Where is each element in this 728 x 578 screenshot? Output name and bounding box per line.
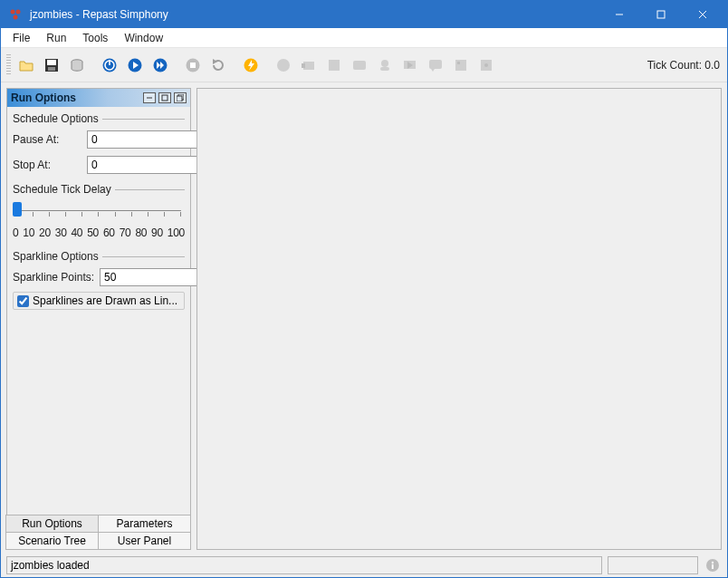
panel-maximize-icon[interactable] [158, 92, 171, 103]
svg-point-38 [484, 63, 488, 67]
schedule-options-label: Schedule Options [13, 112, 99, 125]
panel-title: Run Options [11, 92, 140, 104]
svg-point-1 [16, 10, 21, 14]
open-folder-icon[interactable] [14, 53, 38, 77]
panel-minimize-icon[interactable] [143, 92, 156, 103]
tab-parameters[interactable]: Parameters [98, 515, 191, 533]
svg-rect-8 [47, 60, 56, 65]
svg-rect-20 [190, 63, 196, 68]
maximize-button[interactable] [640, 1, 682, 28]
main-view [196, 88, 722, 550]
svg-rect-45 [712, 564, 714, 569]
panel-restore-icon[interactable] [174, 92, 187, 103]
svg-rect-27 [329, 60, 340, 71]
tick-delay-slider[interactable] [13, 201, 185, 223]
step-icon[interactable] [148, 53, 172, 77]
menu-tools[interactable]: Tools [74, 29, 116, 47]
minimize-button[interactable] [599, 1, 640, 28]
svg-point-24 [277, 59, 290, 72]
svg-point-2 [14, 15, 18, 20]
svg-rect-40 [162, 95, 168, 101]
disabled-tool-9-icon [474, 53, 498, 77]
disabled-tool-4-icon [348, 53, 371, 77]
svg-marker-34 [431, 69, 435, 72]
stop-at-label: Stop At: [13, 159, 83, 171]
close-button[interactable] [682, 1, 723, 28]
tick-delay-label: Schedule Tick Delay [13, 183, 111, 196]
svg-marker-21 [213, 59, 217, 64]
menu-run[interactable]: Run [38, 29, 74, 47]
menu-window[interactable]: Window [116, 29, 171, 47]
lightning-icon[interactable] [239, 53, 263, 77]
toolbar-grip [6, 54, 11, 76]
sparkline-lines-label: Sparklines are Drawn as Lin... [33, 294, 177, 307]
status-secondary [608, 556, 698, 574]
tab-run-options[interactable]: Run Options [5, 515, 99, 533]
pause-at-label: Pause At: [13, 133, 83, 146]
status-message: jzombies loaded [6, 556, 602, 574]
tick-count-label: Tick Count: 0.0 [647, 59, 722, 72]
app-icon [8, 7, 23, 22]
slider-scale: 0102030405060708090100 [13, 226, 185, 239]
play-icon[interactable] [123, 53, 147, 77]
svg-rect-9 [48, 67, 55, 71]
sparkline-lines-checkbox-row[interactable]: Sparklines are Drawn as Lin... [13, 292, 185, 310]
svg-point-0 [11, 10, 15, 14]
tab-scenario-tree[interactable]: Scenario Tree [5, 532, 99, 550]
menu-file[interactable]: File [5, 29, 38, 47]
svg-rect-36 [457, 62, 460, 64]
menubar: File Run Tools Window [1, 28, 727, 48]
left-tabs: Run Options Parameters Scenario Tree Use… [6, 515, 191, 550]
svg-rect-35 [455, 60, 466, 71]
disabled-tool-6-icon [398, 53, 422, 77]
power-init-icon[interactable] [98, 53, 121, 77]
toolbar: Tick Count: 0.0 [1, 48, 727, 82]
tab-user-panel[interactable]: User Panel [98, 532, 191, 550]
disabled-tool-1-icon [272, 53, 295, 77]
sparkline-options-label: Sparkline Options [13, 250, 99, 263]
disabled-tool-7-icon [424, 53, 447, 77]
disabled-tool-3-icon [322, 53, 346, 77]
svg-rect-30 [380, 67, 389, 71]
svg-rect-42 [177, 96, 182, 101]
save-icon[interactable] [40, 53, 63, 77]
statusbar: jzombies loaded [1, 555, 727, 577]
svg-rect-26 [302, 63, 305, 68]
disabled-tool-2-icon [297, 53, 321, 77]
titlebar: jzombies - Repast Simphony [1, 1, 727, 28]
svg-point-44 [712, 562, 714, 564]
window-title: jzombies - Repast Simphony [30, 8, 599, 21]
stop-icon[interactable] [181, 53, 205, 77]
reset-icon[interactable] [206, 53, 230, 77]
svg-rect-28 [353, 61, 366, 70]
disabled-tool-8-icon [449, 53, 473, 77]
sparkline-points-label: Sparkline Points: [13, 271, 96, 284]
sparkline-lines-checkbox[interactable] [17, 295, 29, 307]
svg-rect-4 [657, 11, 665, 18]
svg-rect-33 [429, 60, 442, 69]
run-options-panel: Run Options Schedule Options Pause At: S… [6, 88, 191, 515]
disabled-tool-5-icon [373, 53, 397, 77]
svg-point-29 [381, 60, 388, 67]
database-icon[interactable] [65, 53, 89, 77]
status-info-icon[interactable] [704, 556, 722, 574]
